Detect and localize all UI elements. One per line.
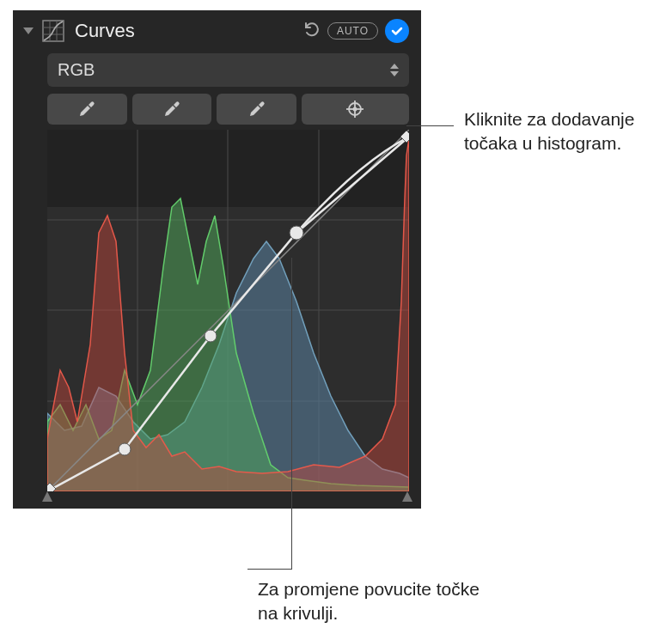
curves-panel: Curves AUTO RGB xyxy=(13,10,421,509)
callout-add-points: Kliknite za dodavanje točaka u histogram… xyxy=(464,107,670,156)
reset-icon[interactable] xyxy=(302,20,321,43)
black-point-slider[interactable] xyxy=(40,490,54,503)
stepper-icon xyxy=(390,64,399,76)
svg-point-8 xyxy=(353,107,357,112)
svg-point-20 xyxy=(290,226,303,240)
disclosure-triangle-icon[interactable] xyxy=(23,27,34,34)
black-point-eyedropper-button[interactable] xyxy=(47,94,127,125)
callout-drag-points: Za promjene povucite točke na krivulji. xyxy=(258,577,498,626)
curves-icon xyxy=(42,20,64,42)
callout-leader-line xyxy=(247,569,292,570)
svg-point-18 xyxy=(119,443,131,455)
svg-point-19 xyxy=(205,330,217,342)
auto-button[interactable]: AUTO xyxy=(327,22,378,40)
callout-leader-line xyxy=(406,125,454,126)
eyedropper-toolbar xyxy=(47,94,409,125)
white-point-eyedropper-button[interactable] xyxy=(217,94,296,125)
gray-point-eyedropper-button[interactable] xyxy=(132,94,212,125)
panel-title: Curves xyxy=(75,20,135,42)
panel-header: Curves AUTO xyxy=(13,10,421,50)
callout-leader-line xyxy=(291,258,292,569)
curves-histogram[interactable] xyxy=(47,130,409,491)
channel-select[interactable]: RGB xyxy=(47,53,409,87)
enable-toggle[interactable] xyxy=(385,19,409,43)
add-point-button[interactable] xyxy=(302,94,409,125)
channel-selected-label: RGB xyxy=(58,60,95,80)
white-point-slider[interactable] xyxy=(400,490,414,503)
